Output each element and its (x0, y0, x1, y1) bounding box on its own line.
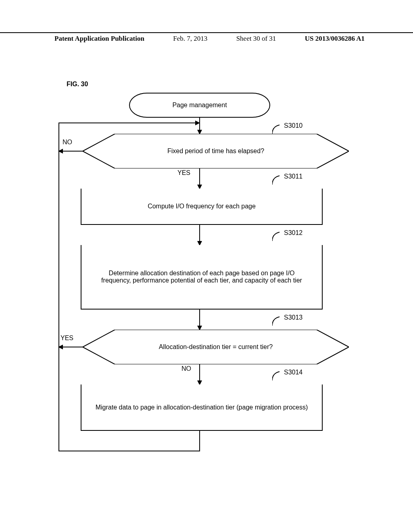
step-label-s3012: S3012 (284, 229, 302, 237)
step-label-s3013: S3013 (284, 314, 302, 321)
date-label: Feb. 7, 2013 (173, 35, 207, 43)
decision-text: Allocation-destination tier = current ti… (83, 343, 349, 351)
connector-line (199, 168, 200, 186)
branch-label-no: NO (63, 139, 72, 146)
branch-label-yes: YES (60, 335, 73, 342)
connector-line (199, 364, 200, 382)
process-text: Compute I/O frequency for each page (148, 203, 256, 210)
terminator-text: Page management (172, 102, 227, 109)
process-text: Determine allocation destination of each… (94, 270, 310, 284)
step-label-curve (272, 316, 282, 327)
branch-label-yes: YES (177, 169, 190, 177)
connector-line (199, 431, 200, 451)
connector-line (58, 123, 200, 123)
header-row: Patent Application Publication Feb. 7, 2… (0, 35, 413, 43)
connector-line (199, 310, 200, 327)
figure-label: FIG. 30 (67, 81, 88, 88)
decision-text: Fixed period of time has elapsed? (83, 148, 349, 155)
step-label-s3011: S3011 (284, 173, 302, 180)
flowchart: Page management S3010 Fixed period of ti… (52, 93, 363, 472)
connector-line (199, 225, 200, 243)
page-header: Patent Application Publication Feb. 7, 2… (0, 32, 413, 43)
connector-line (58, 123, 59, 451)
connector-line (58, 451, 200, 451)
process-text: Migrate data to page in allocation-desti… (96, 404, 308, 411)
step-label-curve (272, 371, 282, 382)
step-label-s3010: S3010 (284, 122, 302, 129)
process-s3011: Compute I/O frequency for each page (81, 189, 323, 225)
step-label-curve (272, 231, 282, 243)
pubnum-label: US 2013/0036286 A1 (305, 35, 365, 43)
decision-s3013: Allocation-destination tier = current ti… (83, 330, 349, 364)
process-s3012: Determine allocation destination of each… (81, 245, 323, 310)
decision-s3010: Fixed period of time has elapsed? (83, 134, 349, 168)
sheet-label: Sheet 30 of 31 (236, 35, 276, 43)
step-label-curve (272, 175, 282, 186)
process-s3014: Migrate data to page in allocation-desti… (81, 384, 323, 431)
step-label-s3014: S3014 (284, 369, 302, 376)
branch-label-no: NO (181, 365, 191, 372)
arrowhead-icon (195, 121, 200, 125)
terminator-start: Page management (129, 93, 270, 118)
publication-label: Patent Application Publication (54, 35, 144, 43)
